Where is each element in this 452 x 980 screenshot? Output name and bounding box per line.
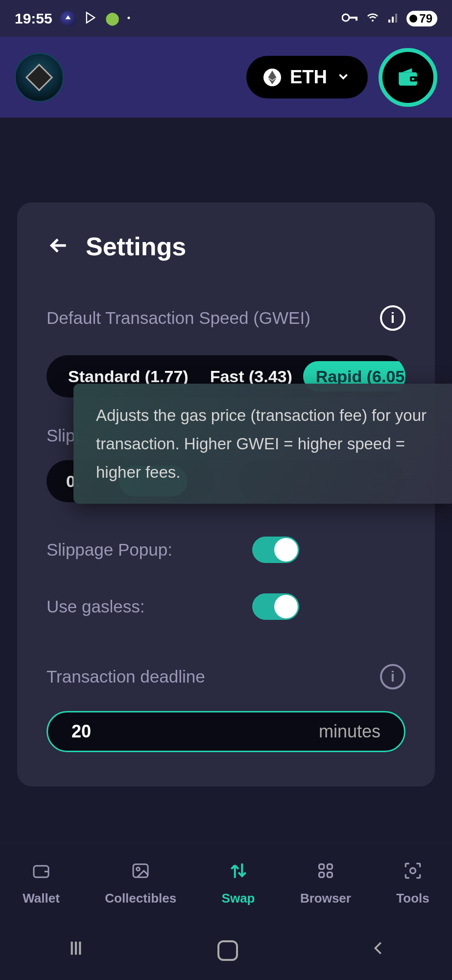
svg-rect-13 xyxy=(319,872,324,877)
slippage-popup-label: Slippage Popup: xyxy=(47,540,252,560)
gwei-tooltip: Adjusts the gas price (transaction fee) … xyxy=(73,384,452,504)
toggle-knob xyxy=(274,538,298,562)
home-button[interactable] xyxy=(217,940,238,961)
deadline-unit: minutes xyxy=(319,721,381,742)
android-nav-bar xyxy=(0,921,452,980)
page-title: Settings xyxy=(86,232,186,261)
chain-label: ETH xyxy=(290,67,327,88)
toggle-knob xyxy=(274,595,298,618)
tab-label: Swap xyxy=(222,891,255,906)
deadline-input[interactable]: 20 minutes xyxy=(47,711,405,752)
app-header: ETH xyxy=(0,37,452,118)
tab-label: Browser xyxy=(300,891,351,906)
back-button[interactable] xyxy=(370,938,386,963)
wallet-button[interactable] xyxy=(379,48,437,107)
ethereum-icon xyxy=(263,69,281,86)
tab-browser[interactable]: Browser xyxy=(300,858,351,906)
wifi-icon xyxy=(365,12,380,25)
scan-icon xyxy=(401,858,425,883)
svg-point-0 xyxy=(342,14,349,21)
svg-point-7 xyxy=(412,77,414,80)
use-gasless-toggle[interactable] xyxy=(252,593,299,620)
deadline-value: 20 xyxy=(71,721,91,742)
svg-rect-12 xyxy=(327,864,332,869)
chain-selector[interactable]: ETH xyxy=(246,56,368,98)
android-robot-icon: ⬤ xyxy=(105,11,119,26)
info-icon[interactable]: i xyxy=(380,305,405,331)
svg-point-10 xyxy=(137,867,140,871)
svg-point-15 xyxy=(410,868,416,874)
tab-label: Wallet xyxy=(23,891,60,906)
svg-rect-14 xyxy=(327,872,332,877)
settings-header: Settings xyxy=(47,232,405,261)
status-left: 19:55 ⬤ • xyxy=(15,10,130,27)
status-right: 79 xyxy=(342,11,437,26)
deadline-label: Transaction deadline xyxy=(47,667,205,686)
use-gasless-row: Use gasless: xyxy=(47,593,405,620)
tab-label: Collectibles xyxy=(105,891,176,906)
speed-label: Default Transaction Speed (GWEI) xyxy=(47,308,310,328)
wallet-icon xyxy=(394,65,422,90)
bottom-tab-bar: Wallet Collectibles Swap Browser Tools xyxy=(0,843,452,921)
wallet-icon xyxy=(29,858,53,883)
image-icon xyxy=(128,858,153,883)
svg-rect-5 xyxy=(395,14,397,23)
slippage-popup-toggle[interactable] xyxy=(252,537,299,563)
grid-icon xyxy=(313,858,338,883)
speed-option-fast[interactable]: Fast (3.43) xyxy=(199,367,303,386)
tab-wallet[interactable]: Wallet xyxy=(23,858,60,906)
svg-rect-4 xyxy=(392,17,394,23)
deadline-section-header: Transaction deadline i xyxy=(47,664,405,689)
clock: 19:55 xyxy=(15,10,52,27)
chevron-down-icon xyxy=(336,69,351,86)
info-icon[interactable]: i xyxy=(380,664,405,689)
app-notification-icon xyxy=(60,11,76,26)
slippage-popup-row: Slippage Popup: xyxy=(47,537,405,563)
speed-option-standard[interactable]: Standard (1.77) xyxy=(57,367,199,386)
signal-icon xyxy=(387,12,400,25)
svg-rect-2 xyxy=(356,17,357,21)
tab-label: Tools xyxy=(396,891,429,906)
tooltip-text: Adjusts the gas price (transaction fee) … xyxy=(96,401,433,486)
recents-button[interactable] xyxy=(66,938,86,963)
swap-arrows-icon xyxy=(226,858,251,883)
dot-icon: • xyxy=(127,13,130,24)
tab-collectibles[interactable]: Collectibles xyxy=(105,858,176,906)
battery-percent: 79 xyxy=(419,12,432,25)
tab-tools[interactable]: Tools xyxy=(396,858,429,906)
tab-swap[interactable]: Swap xyxy=(222,858,255,906)
use-gasless-label: Use gasless: xyxy=(47,597,252,616)
app-logo[interactable] xyxy=(15,53,64,102)
speed-section-header: Default Transaction Speed (GWEI) i xyxy=(47,305,405,331)
svg-rect-3 xyxy=(388,20,390,23)
android-status-bar: 19:55 ⬤ • 79 xyxy=(0,0,452,37)
battery-indicator: 79 xyxy=(406,11,437,26)
play-store-icon xyxy=(84,11,97,26)
svg-rect-11 xyxy=(319,864,324,869)
back-arrow-icon[interactable] xyxy=(47,233,71,260)
svg-rect-9 xyxy=(133,864,148,878)
vpn-key-icon xyxy=(342,13,358,24)
